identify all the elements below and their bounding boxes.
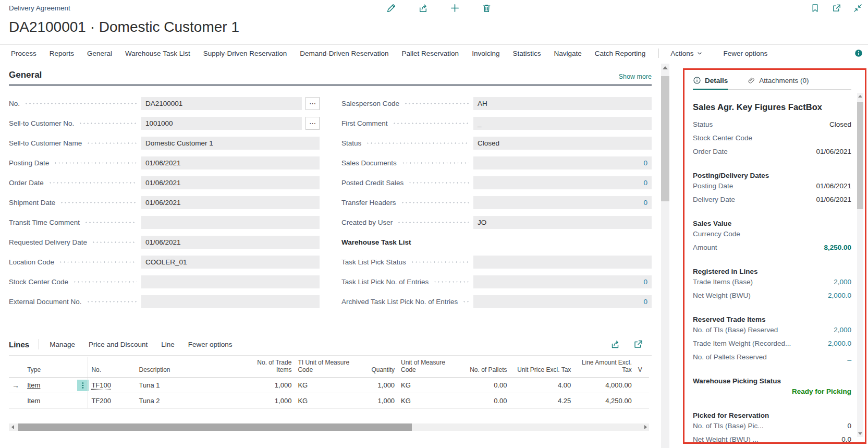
- assist-edit-button[interactable]: ⋯: [305, 97, 320, 110]
- menu-item-general[interactable]: General: [87, 50, 112, 57]
- menu-item-pallet-reservation[interactable]: Pallet Reservation: [402, 50, 459, 57]
- cell-ti-uom[interactable]: KG: [295, 393, 356, 409]
- menu-item-actions[interactable]: Actions: [670, 50, 702, 57]
- tab-details[interactable]: Details: [693, 76, 728, 90]
- cell-line-amount[interactable]: 4,250.00: [574, 393, 635, 409]
- menu-item-fewer-options[interactable]: Fewer options: [724, 50, 768, 57]
- field-value-drilldown[interactable]: 0: [473, 156, 652, 169]
- main-vertical-scrollbar[interactable]: [661, 64, 669, 448]
- field-value[interactable]: [141, 275, 320, 288]
- field-value[interactable]: [473, 256, 652, 269]
- scroll-down-icon[interactable]: [858, 432, 862, 435]
- cell-type[interactable]: Item: [24, 393, 74, 409]
- lines-menu-price-and-discount[interactable]: Price and Discount: [89, 341, 148, 348]
- cell-uom[interactable]: KG: [398, 378, 459, 393]
- field-value-drilldown[interactable]: 0: [473, 196, 652, 209]
- field-value[interactable]: 01/06/2021: [141, 236, 320, 249]
- share-icon[interactable]: [609, 338, 621, 350]
- assist-edit-button[interactable]: ⋯: [305, 117, 320, 130]
- menu-item-statistics[interactable]: Statistics: [512, 50, 541, 57]
- col-quantity[interactable]: Quantity: [356, 357, 398, 378]
- scrollbar-track[interactable]: [16, 423, 642, 431]
- cell-description[interactable]: Tuna 1: [136, 378, 247, 393]
- row-options-icon[interactable]: [77, 380, 89, 391]
- menu-item-invoicing[interactable]: Invoicing: [472, 50, 499, 57]
- cell-ti-uom[interactable]: KG: [295, 378, 356, 393]
- open-in-new-icon[interactable]: [632, 338, 644, 350]
- table-row[interactable]: → Item TF100 Tuna 1 1,000 KG 1,00: [9, 378, 649, 393]
- field-value[interactable]: _: [473, 117, 652, 130]
- menu-item-demand-driven-reservation[interactable]: Demand-Driven Reservation: [300, 50, 388, 57]
- cell-no-of-trade-items[interactable]: 1,000: [247, 378, 295, 393]
- field-value-drilldown[interactable]: 0: [473, 275, 652, 288]
- col-line-amount-excl-tax[interactable]: Line Amount Excl. Tax: [574, 357, 635, 378]
- col-no-of-trade-items[interactable]: No. of Trade Items: [247, 357, 295, 378]
- field-value-drilldown[interactable]: 0: [473, 176, 652, 189]
- menu-item-process[interactable]: Process: [11, 50, 36, 57]
- field-sell-to-customer-no: Sell-to Customer No. 1001000 ⋯: [9, 116, 320, 130]
- menu-item-catch-reporting[interactable]: Catch Reporting: [595, 50, 646, 57]
- lines-menu-line[interactable]: Line: [161, 341, 175, 348]
- menu-item-warehouse-task-list[interactable]: Warehouse Task List: [125, 50, 190, 57]
- col-unit-price-excl-tax[interactable]: Unit Price Excl. Tax: [510, 357, 574, 378]
- cell-no-of-pallets[interactable]: 0.00: [459, 378, 510, 393]
- show-more-link[interactable]: Show more: [619, 73, 652, 80]
- field-value[interactable]: 01/06/2021: [141, 196, 320, 209]
- lines-menu-manage[interactable]: Manage: [50, 341, 75, 348]
- cell-uom[interactable]: KG: [398, 393, 459, 409]
- field-value-drilldown[interactable]: 0: [473, 295, 652, 308]
- cell-unit-price[interactable]: 4.25: [510, 393, 574, 409]
- cell-no-of-pallets[interactable]: 0.00: [459, 393, 510, 409]
- scroll-right-icon[interactable]: [642, 423, 649, 431]
- cell-unit-price[interactable]: 4.00: [510, 378, 574, 393]
- field-value[interactable]: JO: [473, 216, 652, 229]
- field-value[interactable]: Closed: [473, 137, 652, 150]
- factbox-field-no-of-pallets-reserved: No. of Pallets Reserved _: [693, 353, 851, 367]
- share-icon[interactable]: [417, 2, 429, 14]
- col-type[interactable]: Type: [24, 357, 74, 378]
- scrollbar-thumb[interactable]: [857, 102, 863, 209]
- menu-item-supply-driven-reservation[interactable]: Supply-Driven Reservation: [203, 50, 287, 57]
- col-no-of-pallets[interactable]: No. of Pallets: [459, 357, 510, 378]
- field-value[interactable]: Domestic Customer 1: [141, 137, 320, 150]
- cell-quantity[interactable]: 1,000: [356, 378, 398, 393]
- tab-attachments[interactable]: Attachments (0): [748, 76, 809, 89]
- cell-line-amount[interactable]: 4,000.00: [574, 378, 635, 393]
- scrollbar-thumb[interactable]: [18, 423, 412, 431]
- field-value[interactable]: [141, 295, 320, 308]
- cell-description[interactable]: Tuna 2: [136, 393, 247, 409]
- menu-item-reports[interactable]: Reports: [50, 50, 74, 57]
- cell-quantity[interactable]: 1,000: [356, 393, 398, 409]
- edit-icon[interactable]: [385, 2, 397, 14]
- field-value[interactable]: AH: [473, 97, 652, 110]
- scrollbar-thumb[interactable]: [661, 76, 669, 201]
- scroll-up-icon[interactable]: [663, 66, 668, 69]
- field-value[interactable]: DA2100001: [141, 97, 302, 110]
- cell-no-of-trade-items[interactable]: 1,000: [247, 393, 295, 409]
- delete-icon[interactable]: [480, 2, 493, 14]
- factbox-vertical-scrollbar[interactable]: [857, 93, 863, 437]
- open-in-window-icon[interactable]: [830, 2, 842, 14]
- cell-item-no[interactable]: TF200: [88, 393, 136, 409]
- col-no[interactable]: No.: [88, 357, 136, 378]
- scroll-left-icon[interactable]: [9, 423, 16, 431]
- table-row[interactable]: Item TF200 Tuna 2 1,000 KG 1,000 KG 0.00…: [9, 393, 649, 409]
- field-value[interactable]: 1001000: [141, 117, 302, 130]
- col-unit-of-measure-code[interactable]: Unit of Measure Code: [398, 357, 459, 378]
- field-value[interactable]: COOLER_01: [141, 256, 320, 269]
- field-value[interactable]: 01/06/2021: [141, 176, 320, 189]
- lines-menu-fewer-options[interactable]: Fewer options: [188, 341, 233, 348]
- col-description[interactable]: Description: [136, 357, 247, 378]
- cell-item-no-link[interactable]: TF100: [91, 381, 111, 389]
- field-value[interactable]: 01/06/2021: [141, 156, 320, 169]
- scroll-up-icon[interactable]: [858, 95, 862, 98]
- cell-type[interactable]: Item: [24, 378, 74, 393]
- col-ti-unit-of-measure-code[interactable]: TI Unit of Measure Code: [295, 357, 356, 378]
- add-icon[interactable]: [448, 2, 461, 14]
- info-icon[interactable]: [854, 49, 863, 57]
- field-value[interactable]: [141, 216, 320, 229]
- menu-item-navigate[interactable]: Navigate: [554, 50, 581, 57]
- lines-horizontal-scrollbar[interactable]: [9, 423, 649, 431]
- collapse-icon[interactable]: [851, 2, 864, 14]
- bookmark-icon[interactable]: [809, 2, 821, 14]
